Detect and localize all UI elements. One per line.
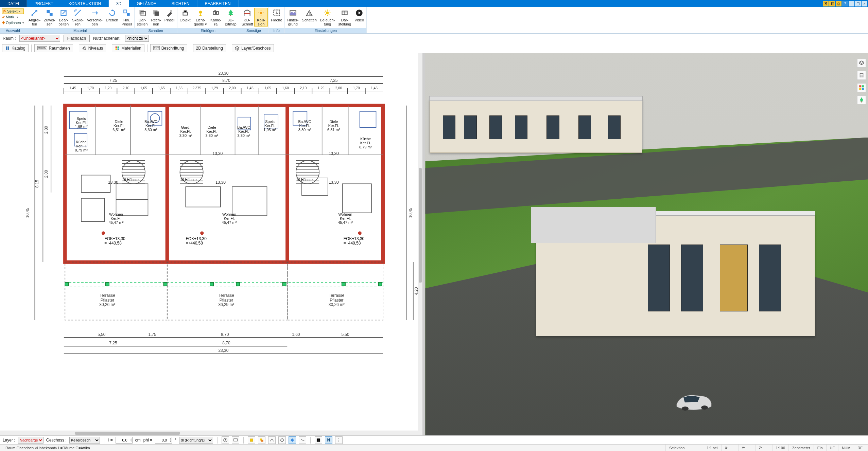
menu-tab-konstruktion[interactable]: KONSTRUKTION — [61, 0, 109, 7]
ribbon-dar-button[interactable]: Dar- stellung — [336, 8, 353, 26]
tree-tool[interactable] — [857, 95, 866, 104]
svg-rect-195 — [378, 282, 382, 286]
window-maximize[interactable]: ▢ — [855, 1, 861, 6]
grid-button[interactable] — [315, 436, 322, 444]
ribbon-skalie-button[interactable]: Skalie- ren — [70, 8, 85, 26]
menu-tab-gelaende[interactable]: GELÄNDE — [129, 0, 164, 7]
menu-tab-3d[interactable]: 3D — [109, 0, 129, 7]
snap1-button[interactable] — [248, 436, 255, 444]
svg-rect-238 — [862, 88, 864, 90]
ribbon-schatten-button[interactable]: Schatten — [300, 8, 318, 22]
rect-icon — [249, 438, 254, 443]
ribbon-icon — [323, 8, 332, 18]
ribbon-icon — [340, 8, 349, 18]
2d-plan-pane[interactable]: 23,30 7,25 8,70 7,25 1,451,701,292,101,6… — [0, 53, 425, 435]
floor-plan[interactable]: 23,30 7,25 8,70 7,25 1,451,701,292,101,6… — [0, 53, 418, 390]
svg-text:1,29: 1,29 — [317, 86, 324, 90]
ribbon-flche-button[interactable]: AFläche — [269, 8, 284, 22]
svg-text:30,26 m²: 30,26 m² — [99, 302, 115, 307]
north-button[interactable]: N — [325, 436, 332, 444]
layer-button[interactable]: Layer/Geschoss — [232, 44, 274, 52]
materialien-button[interactable]: Materialien — [112, 44, 144, 52]
furniture-tool[interactable] — [857, 71, 866, 80]
flachdach-button[interactable]: Flachdach — [64, 35, 90, 42]
ribbon-d-button[interactable]: 3D- Schnitt — [240, 8, 255, 26]
katalog-button[interactable]: Katalog — [2, 44, 29, 52]
optionen-button[interactable]: ✚Optionen — [2, 20, 24, 25]
ribbon-bear-button[interactable]: Bear- beiten — [57, 8, 70, 26]
window-close[interactable]: × — [862, 1, 867, 6]
selekt-button[interactable]: ⇱Selekt — [2, 8, 24, 14]
ribbon-verschie-button[interactable]: Verschie- ben — [85, 8, 104, 26]
darstellung-button[interactable]: 2D Darstellung — [193, 44, 226, 52]
ribbon-d-button[interactable]: 3D- Bitmap — [223, 8, 238, 26]
screen-button[interactable] — [232, 436, 239, 444]
ribbon-rech-button[interactable]: Rech- nen — [149, 8, 162, 26]
ribbon-hin-button[interactable]: Hin. Pinsel — [120, 8, 134, 26]
car-object — [673, 389, 714, 413]
help-icon[interactable]: ? — [842, 1, 848, 6]
raum-select[interactable]: <Unbekannt> — [19, 35, 60, 42]
plan-vertical-scrollbar[interactable] — [418, 53, 422, 435]
svg-rect-235 — [859, 85, 861, 87]
ribbon-video-button[interactable]: Video — [353, 8, 366, 22]
layers-tool[interactable] — [857, 59, 866, 68]
svg-rect-198 — [287, 262, 383, 320]
ribbon-beleuch-button[interactable]: Beleuch- tung — [318, 8, 336, 26]
svg-text:13,30: 13,30 — [108, 180, 118, 185]
svg-text:Terrasse: Terrasse — [329, 293, 344, 298]
svg-text:FOK+13,30: FOK+13,30 — [104, 236, 125, 241]
layer-select[interactable]: Nachbarge — [18, 437, 44, 444]
snap2-button[interactable] — [258, 436, 265, 444]
group-label: Sonstige — [239, 28, 268, 33]
util-icon-1[interactable]: ✖ — [823, 1, 829, 6]
raumdaten-button[interactable]: ROOM Raumdaten — [34, 44, 73, 52]
ribbon-pinsel-button[interactable]: Pinsel — [163, 8, 176, 22]
ribbon-licht-button[interactable]: Licht- quelle ▾ — [192, 8, 209, 26]
ribbon-kame-button[interactable]: Kame- ra — [209, 8, 223, 26]
history-button[interactable] — [222, 436, 229, 444]
plan-horizontal-scrollbar[interactable] — [0, 431, 418, 435]
geschoss-select[interactable]: Kellergesch — [69, 437, 100, 444]
svg-text:2,00: 2,00 — [229, 86, 236, 90]
util-icon-2[interactable]: ◧ — [829, 1, 835, 6]
phi-input[interactable] — [155, 437, 172, 444]
ribbon-kolli-button[interactable]: Kolli- sion — [255, 8, 267, 26]
ribbon-hinter-button[interactable]: Hinter- grund — [285, 8, 300, 26]
menu-tab-datei[interactable]: DATEI — [0, 0, 27, 7]
group-label: Einstellungen — [285, 28, 366, 33]
snap5-button[interactable] — [289, 436, 296, 444]
3d-scene[interactable] — [425, 53, 868, 435]
window-minimize[interactable]: − — [849, 1, 854, 6]
ribbon-group-einstellungen: Hinter- grundSchatten Beleuch- tungDar- … — [285, 7, 367, 33]
mark-button[interactable]: ✔Mark. — [2, 14, 24, 20]
3d-view-pane[interactable] — [425, 53, 868, 435]
ribbon-objekt-button[interactable]: Objekt — [178, 8, 192, 22]
palette-tool[interactable] — [857, 83, 866, 92]
niveaus-button[interactable]: Niveaus — [79, 44, 106, 52]
svg-text:7,25: 7,25 — [330, 78, 338, 83]
svg-rect-242 — [250, 438, 253, 441]
nutz-select[interactable]: <nicht zug — [125, 35, 149, 42]
snap3-button[interactable] — [268, 436, 276, 444]
util-icon-3[interactable]: ⎙ — [836, 1, 841, 6]
menu-tab-sichten[interactable]: SICHTEN — [164, 0, 197, 7]
snap6-button[interactable] — [299, 436, 306, 444]
l-input[interactable] — [116, 437, 133, 444]
menu-tab-projekt[interactable]: PROJEKT — [27, 0, 61, 7]
svg-text:Ker.Fl.: Ker.Fl. — [145, 124, 156, 128]
svg-rect-193 — [283, 282, 286, 286]
ribbon-abgrei-button[interactable]: Abgrei- fen — [27, 8, 42, 26]
ribbon-zuwei-button[interactable]: Zuwei- sen — [42, 8, 57, 26]
svg-text:Pflaster: Pflaster — [220, 298, 233, 303]
svg-text:Ker.Fl.: Ker.Fl. — [328, 124, 339, 128]
svg-text:Ker.Fl.: Ker.Fl. — [340, 216, 351, 220]
ribbon-drehen-button[interactable]: Drehen — [104, 8, 120, 22]
info-button[interactable]: ⋮ — [335, 436, 343, 444]
svg-text:3,30 m²: 3,30 m² — [298, 128, 311, 132]
beschriftung-button[interactable]: TXT Beschriftung — [150, 44, 187, 52]
menu-tab-bearbeiten[interactable]: BEARBEITEN — [197, 0, 239, 7]
ribbon-dar-button[interactable]: Dar- stellen — [135, 8, 150, 26]
snap4-button[interactable] — [278, 436, 286, 444]
dl-select[interactable]: dl (Richtung/Di — [179, 437, 213, 444]
